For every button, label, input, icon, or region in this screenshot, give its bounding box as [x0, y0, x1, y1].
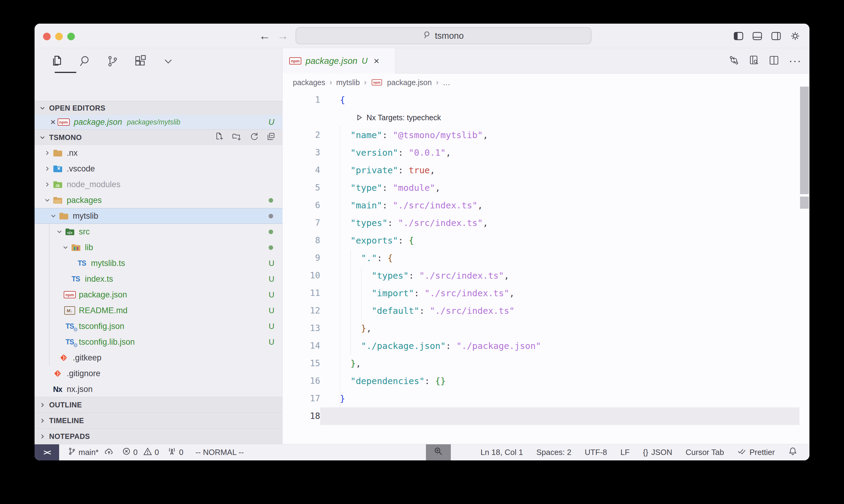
open-editors-header[interactable]: OPEN EDITORS	[35, 101, 282, 115]
chevron-right-icon: ›	[436, 78, 438, 87]
source-control-view-icon[interactable]	[106, 55, 119, 69]
zoom-window-button[interactable]	[67, 33, 75, 40]
section-header-notepads[interactable]: NOTEPADS	[35, 428, 282, 444]
line-number: 3	[282, 144, 320, 161]
open-editor-description: packages/mytslib	[127, 118, 180, 126]
tree-item-nx-json[interactable]: Nxnx.json	[35, 381, 282, 397]
tree-item-mytslib[interactable]: mytslib	[35, 208, 282, 224]
breadcrumb-package-json[interactable]: package.json	[387, 78, 432, 87]
tree-item-lib[interactable]: lib	[35, 239, 282, 255]
close-editor-icon[interactable]: ×	[50, 118, 56, 127]
chevron-right-icon: ›	[329, 78, 332, 87]
chevron-right-icon[interactable]	[44, 166, 51, 172]
extensions-view-icon[interactable]	[134, 55, 147, 69]
git-dot-badge	[269, 198, 273, 203]
tree-item-package-json[interactable]: npmpackage.jsonU	[35, 287, 282, 303]
chevron-down-icon	[39, 134, 46, 141]
refresh-icon[interactable]	[249, 132, 259, 143]
code-line-13: 13 },	[282, 320, 809, 337]
editor-scrollbar[interactable]	[799, 48, 809, 444]
indentation-status[interactable]: Spaces: 2	[536, 448, 571, 457]
language-status[interactable]: {} JSON	[643, 448, 672, 457]
breadcrumb-packages[interactable]: packages	[293, 78, 325, 87]
command-center-search[interactable]: tsmono	[296, 27, 591, 44]
cursor-position-status[interactable]: Ln 18, Col 1	[481, 448, 523, 457]
section-header-outline[interactable]: OUTLINE	[35, 397, 282, 413]
code-text: }	[340, 390, 345, 408]
forward-button[interactable]: →	[277, 29, 289, 42]
open-changes-icon[interactable]	[729, 55, 739, 67]
git-dot-badge	[269, 230, 273, 234]
tree-item-label: index.ts	[85, 274, 113, 284]
vim-mode-indicator[interactable]: -- NORMAL --	[195, 448, 244, 457]
new-folder-icon[interactable]	[232, 132, 242, 143]
remote-indicator[interactable]: ><	[35, 444, 59, 461]
tree-item-src[interactable]: </>src	[35, 224, 282, 239]
toggle-primary-sidebar-icon[interactable]	[733, 31, 744, 41]
tree-item--nx[interactable]: .nx	[35, 145, 282, 161]
open-editor-item[interactable]: × npm package.json packages/mytslib U	[35, 115, 282, 129]
branch-status[interactable]: main*	[68, 447, 114, 458]
line-number: 5	[282, 179, 320, 197]
tree-item-node-modules[interactable]: JSnode_modules	[35, 177, 282, 192]
code-area[interactable]: 1{Nx Targets: typecheck2 "name": "@tsmon…	[282, 91, 809, 444]
scrollbar-thumb[interactable]	[800, 87, 809, 194]
toggle-secondary-sidebar-icon[interactable]	[771, 31, 781, 41]
chevron-right-icon[interactable]	[44, 150, 51, 156]
tree-item-packages[interactable]: packages	[35, 192, 282, 208]
tree-item--gitignore[interactable]: .gitignore	[35, 365, 282, 381]
tree-indent-guide	[49, 224, 49, 365]
notifications-bell-icon[interactable]	[788, 447, 797, 458]
workspace-header[interactable]: TSMONO	[35, 129, 282, 145]
folder-tan-icon	[57, 212, 70, 220]
split-editor-icon[interactable]	[769, 55, 779, 67]
tree-item-index-ts[interactable]: TSindex.tsU	[35, 271, 282, 287]
new-file-icon[interactable]	[215, 132, 224, 143]
tab-close-icon[interactable]: ×	[374, 55, 379, 67]
line-number: 11	[282, 284, 320, 302]
code-line-5: 5 "type": "module",	[282, 179, 809, 197]
explorer-view-icon[interactable]	[50, 55, 63, 69]
chevron-right-icon[interactable]	[44, 181, 51, 187]
zoom-indicator[interactable]	[426, 444, 451, 461]
code-text: ".": {	[340, 249, 393, 267]
views-chevron-down-icon[interactable]	[162, 55, 175, 69]
settings-gear-icon[interactable]	[789, 30, 801, 42]
line-number: 9	[282, 249, 320, 267]
chevron-down-icon[interactable]	[50, 213, 57, 219]
code-text: "types": "./src/index.ts",	[340, 267, 509, 284]
close-window-button[interactable]	[43, 33, 51, 40]
code-text: "type": "module",	[340, 179, 441, 197]
search-view-icon[interactable]	[78, 55, 91, 69]
cursor-tab-status[interactable]: Cursor Tab	[686, 448, 724, 457]
code-line-15: 15 },	[282, 355, 809, 372]
tree-item-mytslib-ts[interactable]: TSmytslib.tsU	[35, 255, 282, 271]
encoding-status[interactable]: UTF-8	[585, 448, 607, 457]
ports-status[interactable]: 0	[167, 447, 183, 458]
notebook-search-icon[interactable]	[749, 55, 759, 67]
code-text: "main": "./src/index.ts",	[340, 197, 483, 214]
problems-status[interactable]: 0 0	[122, 447, 159, 458]
breadcrumb-mytslib[interactable]: mytslib	[336, 78, 360, 87]
back-button[interactable]: ←	[259, 29, 271, 42]
tree-item-tsconfig-json[interactable]: TS⚙tsconfig.jsonU	[35, 318, 282, 334]
chevron-down-icon[interactable]	[62, 245, 69, 251]
chevron-down-icon[interactable]	[44, 197, 51, 203]
section-header-timeline[interactable]: TIMELINE	[35, 413, 282, 428]
formatter-status[interactable]: Prettier	[737, 447, 775, 457]
markdown-icon: M↓	[64, 306, 75, 315]
codelens-nx-targets[interactable]: Nx Targets: typecheck	[357, 109, 441, 126]
chevron-down-icon[interactable]	[56, 229, 63, 235]
collapse-all-icon[interactable]	[266, 132, 276, 143]
tree-item-readme-md[interactable]: M↓README.mdU	[35, 303, 282, 318]
breadcrumb-symbol[interactable]: …	[443, 78, 450, 87]
toggle-panel-icon[interactable]	[752, 31, 763, 41]
tree-item-tsconfig-lib-json[interactable]: TS⚙tsconfig.lib.jsonU	[35, 334, 282, 350]
tree-item--gitkeep[interactable]: .gitkeep	[35, 350, 282, 365]
tab-package-json[interactable]: npm package.json U ×	[282, 48, 395, 74]
minimize-window-button[interactable]	[55, 33, 63, 40]
eol-status[interactable]: LF	[620, 448, 630, 457]
breadcrumb: packages › mytslib › npm package.json › …	[282, 74, 809, 91]
tree-item-label: package.json	[79, 290, 127, 300]
tree-item--vscode[interactable]: .vscode	[35, 161, 282, 177]
